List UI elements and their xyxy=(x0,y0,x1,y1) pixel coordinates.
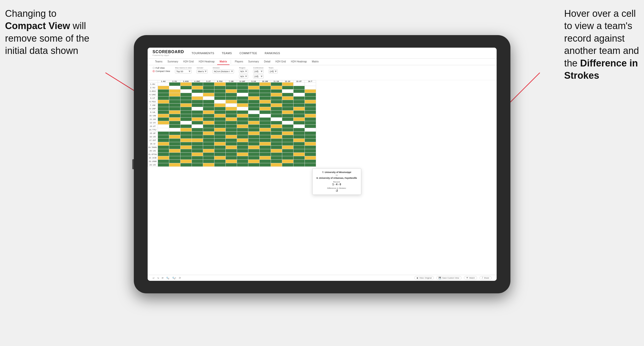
table-row[interactable] xyxy=(282,149,293,153)
table-row[interactable] xyxy=(158,121,169,125)
table-row[interactable] xyxy=(225,153,237,156)
table-row[interactable] xyxy=(169,86,180,90)
table-row[interactable] xyxy=(158,82,169,86)
table-row[interactable] xyxy=(259,111,271,114)
table-row[interactable] xyxy=(180,146,192,149)
table-row[interactable] xyxy=(225,111,237,114)
table-row[interactable] xyxy=(180,93,192,97)
table-row[interactable] xyxy=(248,156,259,160)
table-row[interactable] xyxy=(271,163,282,167)
table-row[interactable] xyxy=(237,104,248,107)
table-row[interactable] xyxy=(293,128,305,132)
table-row[interactable] xyxy=(305,149,316,153)
table-row[interactable] xyxy=(271,139,282,142)
table-row[interactable] xyxy=(158,118,169,121)
table-row[interactable] xyxy=(293,139,305,142)
table-row[interactable] xyxy=(169,146,180,149)
table-row[interactable] xyxy=(282,153,293,156)
table-row[interactable] xyxy=(225,90,237,93)
table-row[interactable] xyxy=(225,132,237,135)
table-row[interactable] xyxy=(282,107,293,111)
table-row[interactable] xyxy=(248,114,259,118)
table-row[interactable] xyxy=(214,135,225,139)
table-row[interactable] xyxy=(282,121,293,125)
table-row[interactable] xyxy=(248,111,259,114)
table-row[interactable] xyxy=(214,111,225,114)
table-row[interactable] xyxy=(259,97,271,100)
table-row[interactable] xyxy=(271,118,282,121)
table-row[interactable] xyxy=(259,163,271,167)
nav-teams[interactable]: TEAMS xyxy=(222,52,232,55)
table-row[interactable] xyxy=(237,139,248,142)
table-row[interactable] xyxy=(282,163,293,167)
table-row[interactable] xyxy=(225,128,237,132)
table-row[interactable] xyxy=(158,132,169,135)
table-row[interactable] xyxy=(180,82,192,86)
table-row[interactable] xyxy=(180,90,192,93)
table-row[interactable] xyxy=(259,93,271,97)
table-row[interactable] xyxy=(248,93,259,97)
table-row[interactable] xyxy=(158,156,169,160)
table-row[interactable] xyxy=(259,86,271,90)
table-row[interactable] xyxy=(248,125,259,128)
table-row[interactable] xyxy=(237,121,248,125)
table-row[interactable] xyxy=(271,107,282,111)
table-row[interactable] xyxy=(259,104,271,107)
table-row[interactable] xyxy=(158,142,169,146)
table-row[interactable] xyxy=(225,125,237,128)
table-row[interactable] xyxy=(237,149,248,153)
table-row[interactable] xyxy=(305,100,316,104)
table-row[interactable] xyxy=(259,121,271,125)
table-row[interactable] xyxy=(180,104,192,107)
table-row[interactable] xyxy=(214,100,225,104)
table-row[interactable] xyxy=(203,82,214,86)
table-row[interactable] xyxy=(192,114,203,118)
table-row[interactable] xyxy=(305,139,316,142)
table-row[interactable] xyxy=(305,142,316,146)
table-row[interactable] xyxy=(237,90,248,93)
tab-players[interactable]: Players xyxy=(232,59,246,65)
table-row[interactable] xyxy=(282,160,293,163)
table-row[interactable] xyxy=(271,114,282,118)
full-view-radio[interactable]: Full View xyxy=(153,67,170,69)
table-row[interactable] xyxy=(237,100,248,104)
table-row[interactable] xyxy=(259,149,271,153)
table-row[interactable] xyxy=(237,114,248,118)
table-row[interactable] xyxy=(293,118,305,121)
table-row[interactable] xyxy=(214,97,225,100)
table-row[interactable] xyxy=(192,128,203,132)
table-row[interactable] xyxy=(180,149,192,153)
table-row[interactable] xyxy=(259,146,271,149)
table-row[interactable] xyxy=(203,132,214,135)
table-row[interactable] xyxy=(271,82,282,86)
table-row[interactable] xyxy=(225,146,237,149)
table-row[interactable] xyxy=(169,142,180,146)
table-row[interactable] xyxy=(293,107,305,111)
watch-button[interactable]: 👁 Watch xyxy=(464,276,477,280)
table-row[interactable] xyxy=(259,135,271,139)
table-row[interactable] xyxy=(271,86,282,90)
table-row[interactable] xyxy=(282,100,293,104)
conference-select-2[interactable]: (All) xyxy=(253,74,263,78)
table-row[interactable] xyxy=(214,90,225,93)
table-row[interactable] xyxy=(180,86,192,90)
table-row[interactable] xyxy=(293,114,305,118)
table-row[interactable] xyxy=(237,128,248,132)
compact-view-radio[interactable]: Compact View xyxy=(153,70,170,72)
conference-select[interactable]: (All) xyxy=(253,69,263,73)
table-row[interactable] xyxy=(305,114,316,118)
table-row[interactable] xyxy=(248,160,259,163)
table-row[interactable] xyxy=(180,128,192,132)
tab-summary-teams[interactable]: Summary xyxy=(165,59,181,65)
table-row[interactable] xyxy=(305,153,316,156)
table-row[interactable] xyxy=(225,163,237,167)
table-row[interactable] xyxy=(293,142,305,146)
table-row[interactable] xyxy=(169,104,180,107)
table-row[interactable] xyxy=(203,125,214,128)
table-row[interactable] xyxy=(237,163,248,167)
table-row[interactable] xyxy=(158,125,169,128)
table-row[interactable] xyxy=(203,86,214,90)
table-row[interactable] xyxy=(169,114,180,118)
redo-button[interactable]: ↪ xyxy=(157,277,159,279)
table-row[interactable] xyxy=(214,121,225,125)
